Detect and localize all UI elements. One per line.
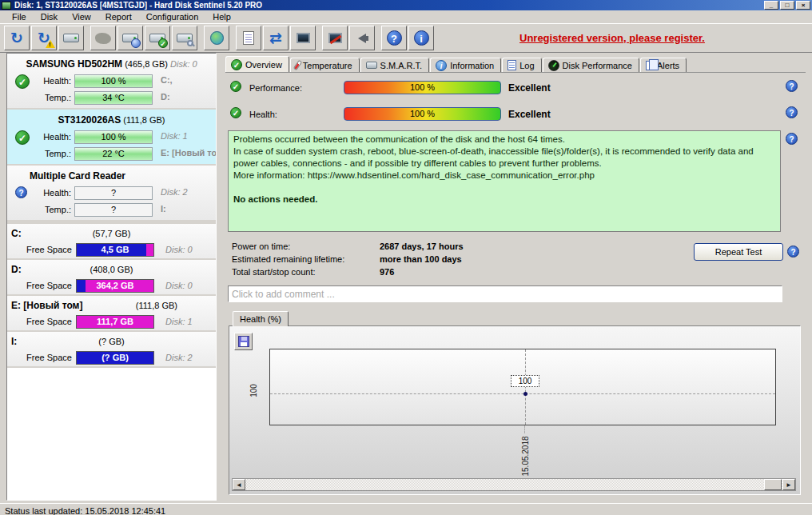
tab-smart[interactable]: S.M.A.R.T. (360, 58, 430, 73)
tab-information[interactable]: i Information (430, 58, 501, 73)
chart-x-tick: 15.05.2018 (521, 429, 530, 477)
settings-monitor-icon (328, 33, 342, 43)
refresh-icon: ↻ (10, 30, 23, 46)
pages-icon (646, 61, 654, 70)
sidebar-partition-c[interactable]: C: (57,7 GB) Free Space 4,5 GB Disk: 0 (7, 224, 216, 260)
tab-overview[interactable]: ✓ Overview (225, 56, 289, 73)
disk-name: SAMSUNG HD502HM (26, 58, 122, 70)
free-space-bar: 4,5 GB (76, 243, 154, 257)
message-no-actions: No actions needed. (233, 194, 775, 206)
sidebar-disk-2-card-reader[interactable]: Multiple Card Reader ? Health: ? Disk: 2… (7, 166, 216, 222)
free-space-bar: (? GB) (76, 351, 154, 365)
chart-tab-health[interactable]: Health (%) (233, 311, 289, 326)
sidebar-partition-e[interactable]: E: [Новый том] (111,8 GB) Free Space 111… (7, 296, 216, 332)
refresh-alert-button[interactable]: ↻ (31, 26, 57, 50)
stat-label: Estimated remaining lifetime: (232, 254, 344, 264)
disk-number: Disk: 2 (165, 353, 193, 362)
menu-file[interactable]: File (5, 10, 34, 23)
sidebar-partition-i[interactable]: I: (? GB) Free Space (? GB) Disk: 2 (7, 332, 216, 368)
free-space-label: Free Space (26, 245, 72, 254)
chart-horizontal-scrollbar[interactable]: ◄ ► (232, 478, 796, 491)
volume-letters: E: [Новый то (161, 148, 217, 158)
health-rating: Excellent (508, 109, 551, 120)
report-button[interactable] (236, 26, 261, 50)
maximize-button[interactable]: □ (780, 1, 794, 10)
tab-label: Log (519, 61, 534, 70)
free-space-bar: 111,7 GB (76, 315, 154, 329)
disk-silhouette-button[interactable] (90, 26, 116, 50)
tab-label: Temperature (303, 61, 352, 70)
settings-button[interactable] (322, 26, 348, 50)
disk-number: Disk: 1 (165, 317, 193, 326)
help-button[interactable]: ? (381, 26, 407, 50)
sidebar-partition-d[interactable]: D: (408,0 GB) Free Space 364,2 GB Disk: … (7, 260, 216, 296)
message-line: In case of sudden system crash, reboot, … (233, 146, 775, 170)
minimize-button[interactable]: _ (764, 1, 778, 10)
scrollbar-thumb[interactable] (764, 479, 782, 490)
health-label: Health: (249, 110, 277, 119)
disk-search-button[interactable] (172, 26, 197, 50)
disk-number: Disk: 0 (170, 59, 197, 69)
scroll-right-button[interactable]: ► (782, 479, 795, 490)
chart-save-button[interactable] (234, 333, 253, 350)
disk-clock-button[interactable] (117, 26, 143, 50)
gauge-icon (548, 60, 559, 71)
tab-label: Alerts (657, 61, 679, 70)
log-document-icon (508, 60, 516, 70)
help-icon: ? (387, 30, 402, 46)
tab-log[interactable]: Log (502, 58, 541, 73)
stat-label: Total start/stop count: (232, 267, 316, 277)
register-notice-link[interactable]: Unregistered version, please register. (519, 32, 705, 44)
performance-bar: 100 % (344, 81, 501, 94)
disk-size: (111,8 GB) (123, 115, 165, 125)
sync-button[interactable]: ⇄ (263, 26, 289, 50)
health-bar: 100 % (74, 74, 153, 88)
scroll-left-button[interactable]: ◄ (233, 479, 245, 490)
health-message-box: Problems occurred between the communicat… (228, 130, 781, 232)
temp-label: Temp.: (14, 93, 71, 102)
partition-size: (408,0 GB) (7, 265, 216, 274)
repeat-test-button[interactable]: Repeat Test (694, 243, 783, 261)
menu-help[interactable]: Help (205, 10, 238, 23)
volume-letters: I: (161, 204, 217, 214)
message-help-icon[interactable]: ? (786, 133, 798, 145)
disk-name: Multiple Card Reader (30, 170, 125, 182)
menu-bar: File Disk View Report Configuration Help (0, 10, 812, 24)
repeat-test-help-icon[interactable]: ? (787, 246, 799, 258)
network-button[interactable] (290, 26, 316, 50)
close-button[interactable]: × (796, 1, 810, 10)
menu-report[interactable]: Report (98, 10, 139, 23)
sounds-button[interactable] (349, 26, 375, 50)
message-line-url: More information: https://www.hdsentinel… (233, 170, 775, 182)
info-button[interactable]: i (408, 26, 434, 50)
stat-value: 976 (380, 267, 394, 277)
disk-silhouette-icon (95, 33, 111, 44)
temp-bar: 22 °C (74, 147, 153, 161)
menu-view[interactable]: View (65, 10, 98, 23)
disk-number: Disk: 0 (165, 281, 193, 290)
partition-size: (57,7 GB) (7, 229, 216, 238)
health-ok-icon: ✓ (230, 107, 241, 118)
health-bar: 100 % (344, 107, 501, 121)
temp-bar: ? (74, 203, 153, 217)
partition-size: (? GB) (7, 337, 216, 346)
comment-input[interactable] (228, 285, 782, 302)
tab-temperature[interactable]: Temperature (290, 58, 360, 73)
disk-globe-button[interactable] (204, 26, 229, 50)
performance-help-icon[interactable]: ? (786, 80, 798, 92)
health-help-icon[interactable]: ? (786, 106, 798, 118)
tab-disk-performance[interactable]: Disk Performance (543, 58, 639, 73)
menu-disk[interactable]: Disk (34, 10, 65, 23)
disk-list-sidebar: SAMSUNG HD502HM (465,8 GB) Disk: 0 ✓ Hea… (6, 53, 217, 501)
hard-disk-button[interactable] (58, 26, 84, 50)
sidebar-disk-1-selected[interactable]: ST3120026AS (111,8 GB) ✓ Health: 100 % D… (7, 110, 216, 166)
free-space-bar: 364,2 GB (76, 279, 154, 293)
disk-check-button[interactable]: ✓ (145, 26, 170, 50)
sidebar-disk-0[interactable]: SAMSUNG HD502HM (465,8 GB) Disk: 0 ✓ Hea… (7, 54, 216, 110)
tab-strip-baseline (225, 72, 806, 73)
clock-icon (131, 38, 141, 48)
tab-alerts[interactable]: Alerts (640, 58, 687, 73)
menu-configuration[interactable]: Configuration (139, 10, 205, 23)
refresh-button[interactable]: ↻ (4, 26, 30, 50)
health-chart-panel: 100 100 15.05.2018 ◄ ► (229, 325, 801, 495)
